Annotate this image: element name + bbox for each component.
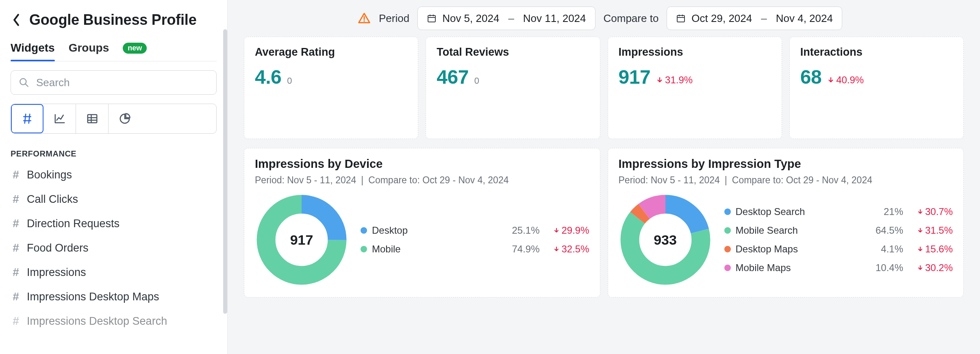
tab-groups[interactable]: Groups <box>69 41 109 61</box>
legend-item: Mobile 74.9% 32.5% <box>361 243 589 255</box>
legend-pct: 74.9% <box>512 243 539 255</box>
legend-item: Desktop Search 21% 30.7% <box>724 206 953 217</box>
kpi-title: Average Rating <box>255 46 407 59</box>
widget-type-number[interactable] <box>11 104 43 133</box>
donut-card-impressions-by-type[interactable]: Impressions by Impression Type Period: N… <box>608 148 964 298</box>
donut-card-impressions-by-device[interactable]: Impressions by Device Period: Nov 5 - 11… <box>244 148 600 298</box>
kpi-title: Impressions <box>619 46 771 59</box>
legend-name: Mobile Maps <box>736 262 791 274</box>
widget-item-label: Bookings <box>27 169 72 181</box>
widget-item-label: Food Orders <box>27 242 89 254</box>
donut-center-value: 917 <box>255 193 348 287</box>
hash-icon: # <box>11 217 21 230</box>
legend-bullet <box>361 246 367 252</box>
widget-list: #Bookings #Call Clicks #Direction Reques… <box>11 168 217 328</box>
arrow-down-icon <box>917 227 924 234</box>
widget-item-impressions-desktop-search[interactable]: #Impressions Desktop Search <box>11 315 217 328</box>
hash-icon: # <box>11 168 21 181</box>
legend-pct: 21% <box>884 206 903 217</box>
donut-legend: Desktop Search 21% 30.7% Mobile Search <box>724 206 953 274</box>
svg-rect-6 <box>677 15 684 22</box>
legend-delta: 32.5% <box>545 243 589 255</box>
sidebar: Google Business Profile Widgets Groups n… <box>0 0 228 354</box>
legend-item: Desktop 25.1% 29.9% <box>361 225 589 236</box>
widget-item-food-orders[interactable]: #Food Orders <box>11 241 217 254</box>
legend-pct: 10.4% <box>876 262 903 274</box>
donut-period: Period: Nov 5 - 11, 2024 <box>255 175 356 186</box>
kpi-delta: 40.9% <box>827 74 864 86</box>
legend-pct: 64.5% <box>876 225 903 236</box>
donut-legend: Desktop 25.1% 29.9% Mobile 74.9% <box>361 225 589 255</box>
new-badge: new <box>123 43 147 54</box>
kpi-value: 68 <box>800 66 821 88</box>
search-icon <box>19 77 29 88</box>
tab-widgets[interactable]: Widgets <box>11 41 55 61</box>
legend-pct: 25.1% <box>512 225 539 236</box>
period-end: Nov 11, 2024 <box>523 12 586 25</box>
calendar-icon <box>427 13 437 23</box>
widget-item-bookings[interactable]: #Bookings <box>11 168 217 181</box>
hash-icon: # <box>11 315 21 328</box>
arrow-down-icon <box>917 246 924 252</box>
search-input[interactable] <box>11 70 217 95</box>
kpi-card-average-rating[interactable]: Average Rating 4.6 0 <box>244 37 418 139</box>
kpi-value: 467 <box>437 66 469 88</box>
kpi-title: Interactions <box>800 46 953 59</box>
calendar-icon <box>676 13 686 23</box>
compare-picker[interactable]: Oct 29, 2024 – Nov 4, 2024 <box>667 7 842 30</box>
kpi-card-impressions[interactable]: Impressions 917 31.9% <box>608 37 782 139</box>
period-picker[interactable]: Nov 5, 2024 – Nov 11, 2024 <box>417 7 595 30</box>
legend-name: Mobile Search <box>736 225 798 236</box>
arrow-down-icon <box>827 76 834 84</box>
widget-item-label: Direction Requests <box>27 217 120 230</box>
legend-pct: 4.1% <box>881 243 903 255</box>
widget-type-pie[interactable] <box>109 104 141 133</box>
back-button[interactable] <box>11 14 22 26</box>
section-label: PERFORMANCE <box>11 149 217 159</box>
filter-bar: Period Nov 5, 2024 – Nov 11, 2024 Compar… <box>228 0 980 37</box>
widget-item-call-clicks[interactable]: #Call Clicks <box>11 193 217 206</box>
legend-name: Mobile <box>372 243 425 255</box>
widget-type-table[interactable] <box>76 104 109 133</box>
period-label: Period <box>379 12 409 25</box>
legend-item: Mobile Search 64.5% 31.5% <box>724 225 953 236</box>
svg-point-4 <box>363 20 365 22</box>
widget-type-line[interactable] <box>43 104 76 133</box>
widget-item-impressions-desktop-maps[interactable]: #Impressions Desktop Maps <box>11 290 217 303</box>
period-start: Nov 5, 2024 <box>442 12 499 25</box>
line-chart-icon <box>54 113 66 125</box>
arrow-down-icon <box>656 76 663 84</box>
page-title: Google Business Profile <box>29 11 197 28</box>
hash-icon <box>21 113 33 125</box>
legend-delta: 15.6% <box>908 243 953 255</box>
legend-delta: 29.9% <box>545 225 589 236</box>
widget-item-label: Call Clicks <box>27 193 78 206</box>
kpi-delta: 31.9% <box>656 74 693 86</box>
legend-delta: 30.7% <box>908 206 953 217</box>
kpi-value: 4.6 <box>255 66 281 88</box>
chevron-left-icon <box>12 13 20 26</box>
pie-chart-icon <box>119 113 131 125</box>
widget-item-impressions[interactable]: #Impressions <box>11 266 217 279</box>
hash-icon: # <box>11 241 21 254</box>
donut-title: Impressions by Impression Type <box>619 157 953 171</box>
legend-delta: 31.5% <box>908 225 953 236</box>
kpi-card-total-reviews[interactable]: Total Reviews 467 0 <box>426 37 600 139</box>
arrow-down-icon <box>917 265 924 271</box>
donut-compare: Compare to: Oct 29 - Nov 4, 2024 <box>732 175 872 186</box>
legend-bullet <box>724 208 731 215</box>
widget-type-toggle <box>11 104 217 134</box>
arrow-down-icon <box>553 246 560 252</box>
legend-bullet <box>724 246 731 252</box>
svg-rect-5 <box>428 15 435 22</box>
date-range-separator: – <box>505 12 517 25</box>
kpi-card-interactions[interactable]: Interactions 68 40.9% <box>789 37 964 139</box>
widget-item-direction-requests[interactable]: #Direction Requests <box>11 217 217 230</box>
arrow-down-icon <box>553 227 560 234</box>
hash-icon: # <box>11 290 21 303</box>
scrollbar[interactable] <box>223 29 227 314</box>
donut-center-value: 933 <box>619 193 712 287</box>
svg-line-1 <box>26 84 28 87</box>
table-icon <box>86 113 98 125</box>
donut-compare: Compare to: Oct 29 - Nov 4, 2024 <box>368 175 508 186</box>
